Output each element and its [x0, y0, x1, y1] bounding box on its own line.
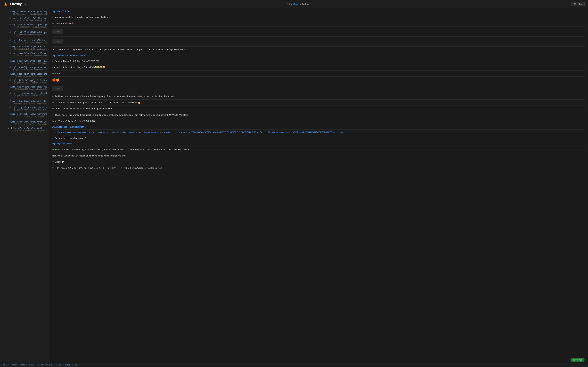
sidebar-did: did:plc:bgkcuc7pvtktlhzicppaathq: [2, 73, 47, 75]
post: ↩#Floriduh: [52, 160, 585, 165]
quote-icon: ": [287, 2, 288, 6]
post-image: [image]: [52, 29, 63, 34]
sidebar-handle: (0) @did:plc:obpv4f32gal7z6o4jl67exb7: [2, 109, 47, 111]
post: ↩You could notch the unnotched side and …: [52, 16, 585, 20]
post-divider: [52, 129, 585, 130]
footer-url: bsky.app/profile/did:plc:gml3qgby6hkfywr…: [3, 364, 79, 366]
post: ↩I think it's official 🎉: [52, 22, 585, 27]
post: https://larepublica.cat/fixada/octuvre..…: [52, 54, 585, 58]
feed-content: http://dlvr.it/THRG6n↩You could notch th…: [49, 8, 588, 363]
sidebar-item[interactable]: did:plc:bgkcuc7pvtktlhzicppaathq(0) @did…: [0, 72, 49, 78]
post-emoji: 🍎🍊: [52, 78, 585, 82]
sidebar-item[interactable]: did:plc:zfykp2aekxln5phl6faxsmyg(0) @did…: [0, 16, 49, 22]
post-image: [image]: [52, 39, 63, 44]
sidebar-item[interactable]: did:plc:bojwgqkvwehvpjwctbjbqmff(0) @did…: [0, 91, 49, 98]
status-footer: bsky.app/profile/did:plc:gml3qgby6hkfywr…: [0, 363, 588, 367]
post-reply-text: ↩I think it's official 🎉: [52, 22, 585, 25]
sidebar-divider: [0, 98, 49, 99]
sidebar-did: did:plc:dcstt5ajsm7rr6rjdtillqwu: [2, 60, 47, 62]
app-header: Firesky ⓘ " the Bluesky firehose 🔍 Filte…: [0, 0, 588, 8]
post: 🍎🍊: [52, 78, 585, 83]
sidebar-did: did:plc:gt5viulk7w2u3cej3gebbijhp: [2, 127, 47, 129]
sidebar-handle: (0) @did:plc:fmgp3xywqzqkluwo6ghjw3kc: [2, 102, 47, 104]
sidebar-item[interactable]: did:plc:l44iyhgbgdnzelrsgtr5jijk(0) @did…: [0, 22, 49, 29]
post: I really only use outlook on mobile and …: [52, 154, 585, 159]
post-reply-text: ↩You could notch the unnotched side and …: [52, 16, 585, 19]
sidebar-handle: (0) @did:plc:trp42w6gp32jmukibqh5woys: [2, 54, 47, 56]
sidebar-item[interactable]: did:plc:dcstt5ajsm7rr6rjdtillqwu(0) @did…: [0, 59, 49, 65]
sidebar-item[interactable]: did:plc:6rhiff3tkodfakbg3fnk2qzr(0) @did…: [0, 30, 49, 37]
sidebar-item[interactable]: did:plc:fmgp3xywqzqkluwo6ghjw3kc(0) @did…: [0, 99, 49, 105]
post-text: And she put that before being a British …: [52, 66, 585, 69]
post-url[interactable]: www.livescience.com/physics-math...: [52, 126, 585, 128]
sidebar-did: did:plc:7ooy3yqslvzsbn5q7fqtqbge: [2, 39, 47, 42]
sidebar-item[interactable]: did:plc:annmh2aamt3ctc2gubsvi6dj(0) @did…: [0, 9, 49, 16]
post-reply-text: ↩Thank you for this wonderful suggestion…: [52, 113, 585, 117]
sidebar-item[interactable]: did:plc:gt5viulk7w2u3cej3gebbijhp(0) @di…: [0, 126, 49, 133]
sidebar-did: did:plc:6rhiff3tkodfakbg3fnk2qzr: [2, 31, 47, 34]
post: ↩Sunday Times Best Selling Author???????…: [52, 59, 585, 64]
post-divider: [52, 26, 585, 26]
sidebar-item[interactable]: did:plc:7ooy3yqslvzsbn5q7fqtqbge(0) @did…: [0, 38, 49, 44]
sidebar-divider: [0, 118, 49, 120]
sidebar-handle: (0) @did:plc:zfykp2aekxln5phl6faxsmyg: [2, 19, 47, 21]
sidebar-handle: (0) @did:plc:zoemfdjixel7oydyebmdu676: [2, 69, 47, 71]
post-divider: [52, 20, 585, 20]
post: ↩And has zero knowledge of the job. Prob…: [52, 95, 585, 100]
post-divider: [52, 64, 585, 64]
post-divider: [52, 141, 585, 141]
sidebar-item[interactable]: did:plc:zoemfdjixel7oydyebmdu676(0) @did…: [0, 65, 49, 72]
post: ↺ Must be a New Zealand thing only. In C…: [52, 148, 585, 153]
sidebar-did: did:plc:woyzcjfvriwgew5tlljfw6he: [2, 113, 47, 115]
post-long-url[interactable]: https://www.livescience.com/physics-math…: [52, 131, 585, 133]
post: ↩Are you time zone shaming me?: [52, 136, 585, 141]
main-layout: did:plc:annmh2aamt3ctc2gubsvi6dj(0) @did…: [0, 8, 588, 363]
sidebar-handle: (0) @did:plc:6rhiff3tkodfakbg3fnk2qzr: [2, 34, 47, 36]
repost-icon: ↺: [52, 148, 55, 151]
sidebar-item[interactable]: did:plc:js3bi3z3rmqa5jx7zq7sc6hs(0) @did…: [0, 78, 49, 85]
sidebar-handle: (0) @did:plc:annmh2aamt3ctc2gubsvi6dj: [2, 13, 47, 15]
post: ↩Puede que las condiciones no te hubiera…: [52, 107, 585, 112]
filter-label: Filter: [578, 3, 582, 5]
repost-icon: ↩: [52, 72, 54, 75]
post-url[interactable]: https://larepublica.cat/fixada/octuvre..…: [52, 54, 585, 57]
sidebar-did: did:plc:obpv4f32gal7z6o4jl67exb7: [2, 106, 47, 109]
connected-label: connected: [573, 359, 582, 361]
post-url[interactable]: https://ajb.me/98gay0: [52, 142, 585, 145]
post-url[interactable]: http://dlvr.it/THRG6n: [52, 10, 585, 13]
tagline-pre: the: [289, 3, 293, 5]
reply-indicator: ↩: [52, 101, 54, 104]
sidebar-item[interactable]: did:plc:55lw5pgxxnriokqzbosicr5z(0) @did…: [0, 85, 49, 91]
bluesky-link[interactable]: Bluesky: [294, 3, 301, 5]
filter-button[interactable]: 🔍 Filter: [571, 2, 585, 6]
post-text: I really only use outlook on mobile and …: [52, 154, 585, 158]
sidebar-handle: (0) @did:plc:woyzcjfvriwgew5tlljfw6he: [2, 115, 47, 117]
sidebar-divider: [0, 37, 49, 38]
sidebar-did: did:plc:l44iyhgbgdnzelrsgtr5jijk: [2, 24, 47, 26]
sidebar-did: did:plc:zfykp2aekxln5phl6faxsmyg: [2, 17, 47, 19]
sidebar-did: did:plc:js3bi3z3rmqa5jx7zq7sc6hs: [2, 79, 47, 82]
post-image: [image]: [52, 86, 63, 91]
sidebar-item[interactable]: did:plc:woyzcjfvriwgew5tlljfw6he(0) @did…: [0, 112, 49, 118]
post-text: なんだかんだのあさんのかおゆ見る機会多い: [52, 119, 585, 123]
app-title: Firesky: [10, 2, 22, 6]
post: https://ajb.me/98gay0: [52, 142, 585, 146]
post: http://dlvr.it/THRG6n: [52, 10, 585, 14]
post: [image]: [52, 38, 585, 47]
sidebar-item[interactable]: did:plc:4bgfikrx3upkdd3vpnqhpifk(0) @did…: [0, 120, 49, 126]
post-repost-username: ↩pczin: [52, 72, 585, 75]
sidebar-handle: (0) @did:plc:bojwgqkvwehvpjwctbjbqmff: [2, 94, 47, 97]
post: なんだかんだのあさんのかおゆ見る機会多い: [52, 119, 585, 124]
sidebar-item[interactable]: did:plc:trp42w6gp32jmukibqh5woys(0) @did…: [0, 51, 49, 58]
sidebar-item[interactable]: did:plc:ko2d54xhnl2vynmido5alxvv(0) @did…: [0, 44, 49, 51]
reply-indicator: ↩: [52, 160, 54, 163]
sidebar-handle: (0) @did:plc:dcstt5ajsm7rr6rjdtillqwu: [2, 62, 47, 64]
reply-indicator: ↩: [52, 114, 54, 117]
post: エビデンスがあるから推してるのはもちろんあるけど、あまりにもおさまりがよすぎる(…: [52, 167, 585, 171]
sidebar-did: did:plc:fmgp3xywqzqkluwo6ghjw3kc: [2, 100, 47, 102]
info-icon[interactable]: ⓘ: [24, 2, 26, 6]
sidebar-divider: [0, 29, 49, 30]
sidebar-item[interactable]: did:plc:obpv4f32gal7z6o4jl67exb7(0) @did…: [0, 105, 49, 112]
sidebar-handle: (0) @did:plc:bgkcuc7pvtktlhzicppaathq: [2, 75, 47, 77]
reply-indicator: ↩: [52, 95, 54, 98]
